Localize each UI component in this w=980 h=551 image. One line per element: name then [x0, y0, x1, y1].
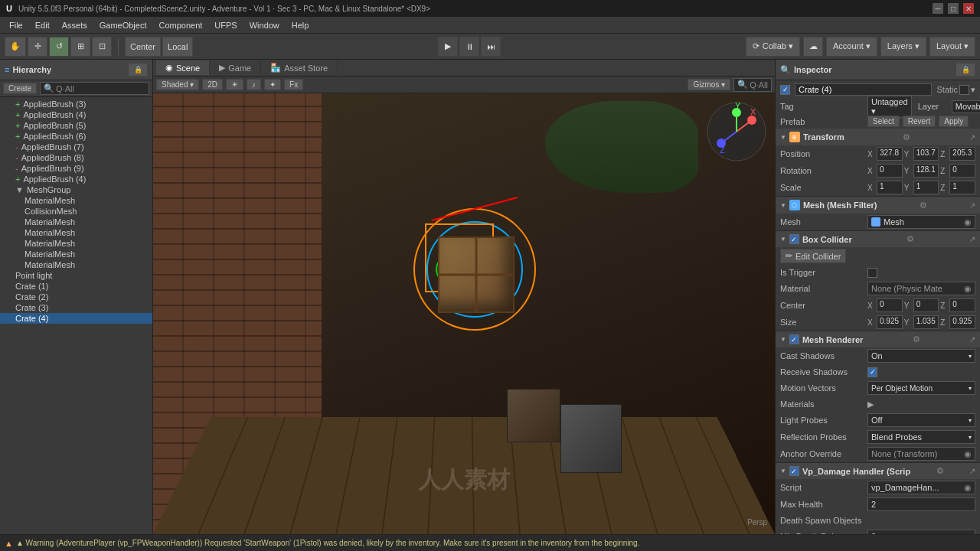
minimize-button[interactable]: ─	[933, 3, 943, 14]
mesh-filter-header[interactable]: ▼ ⬡ Mesh (Mesh Filter) ⚙ ↗	[776, 197, 980, 214]
hierarchy-lock-button[interactable]: 🔒	[128, 63, 148, 77]
pos-z-input[interactable]: 205.3	[949, 147, 975, 161]
edit-collider-button[interactable]: ✏ Edit Collider	[780, 249, 846, 263]
tab-asset-store[interactable]: 🏪 Asset Store	[261, 60, 338, 75]
list-item[interactable]: Crate (3)	[0, 302, 152, 313]
list-item[interactable]: MaterialMesh	[0, 227, 152, 238]
collab-button[interactable]: ⟳ Collab ▾	[746, 37, 800, 57]
boxcollider-gear-icon[interactable]: ⚙	[906, 234, 914, 244]
reflection-probes-dropdown[interactable]: Blend Probes ▾	[867, 430, 975, 444]
list-item[interactable]: MaterialMesh	[0, 249, 152, 259]
boxcollider-enabled-checkbox[interactable]	[789, 234, 799, 244]
materials-arrow[interactable]: ▶	[867, 399, 874, 409]
pause-button[interactable]: ⏸	[459, 37, 479, 57]
static-checkbox[interactable]	[959, 85, 969, 95]
menu-ufps[interactable]: UFPS	[208, 19, 243, 31]
transform-section-header[interactable]: ▼ ⊕ Transform ⚙ ↗	[776, 129, 980, 145]
tab-game[interactable]: ▶ Game	[210, 60, 261, 75]
meshrenderer-enabled-checkbox[interactable]	[789, 334, 799, 344]
material-select-icon[interactable]: ◉	[964, 284, 972, 294]
list-item[interactable]: - AppliedBrush (8)	[0, 152, 152, 163]
meshfilter-link-icon[interactable]: ↗	[969, 201, 975, 210]
max-health-input[interactable]: 2	[867, 497, 975, 511]
layout-button[interactable]: Layout ▾	[929, 37, 975, 57]
menu-edit[interactable]: Edit	[29, 19, 56, 31]
pos-y-input[interactable]: 103.7	[913, 147, 939, 161]
transform-gear-icon[interactable]: ⚙	[903, 132, 910, 142]
vpdamage-link-icon[interactable]: ↗	[969, 467, 975, 475]
cloud-button[interactable]: ☁	[803, 37, 823, 57]
list-item[interactable]: Crate (1)	[0, 281, 152, 292]
effects-button[interactable]: ✦	[264, 79, 281, 90]
meshfilter-gear-icon[interactable]: ⚙	[920, 201, 927, 210]
step-button[interactable]: ⏭	[481, 37, 501, 57]
prefab-revert-button[interactable]: Revert	[903, 116, 936, 127]
menu-file[interactable]: File	[3, 19, 29, 31]
gameobject-name[interactable]: Crate (4)	[795, 83, 932, 96]
list-item[interactable]: + AppliedBrush (4)	[0, 174, 152, 184]
sz2-input[interactable]: 0.925	[949, 315, 975, 329]
static-dropdown-arrow[interactable]: ▾	[971, 85, 975, 95]
cast-shadows-dropdown[interactable]: On ▾	[867, 349, 975, 363]
transform-link-icon[interactable]: ↗	[969, 133, 975, 142]
mesh-value[interactable]: Mesh ◉	[867, 215, 975, 229]
rot-z-input[interactable]: 0	[949, 164, 975, 178]
layer-dropdown[interactable]: MovableO▾	[952, 100, 980, 113]
menu-help[interactable]: Help	[286, 19, 315, 31]
sc-y-input[interactable]: 1	[913, 181, 939, 194]
scene-view[interactable]: X Y Z Persp 人人素材	[153, 93, 775, 534]
prefab-apply-button[interactable]: Apply	[939, 116, 969, 127]
cx-input[interactable]: 0	[877, 298, 903, 312]
list-item[interactable]: Crate (4)	[0, 313, 152, 324]
list-item[interactable]: + AppliedBrush (5)	[0, 120, 152, 131]
sc-z-input[interactable]: 1	[949, 181, 975, 194]
hand-tool[interactable]: ✋	[5, 37, 26, 57]
script-value[interactable]: vp_DamageHan... ◉	[867, 481, 975, 494]
center-button[interactable]: Center	[125, 37, 161, 57]
sc-x-input[interactable]: 1	[877, 181, 903, 194]
receive-shadows-checkbox[interactable]	[867, 367, 877, 377]
menu-gameobject[interactable]: GameObject	[93, 19, 153, 31]
2d-button[interactable]: 2D	[202, 79, 223, 90]
rotate-tool[interactable]: ↺	[49, 37, 69, 57]
hierarchy-create-button[interactable]: Create	[3, 83, 37, 94]
sx2-input[interactable]: 0.925	[877, 315, 903, 329]
menu-window[interactable]: Window	[243, 19, 286, 31]
light-probes-dropdown[interactable]: Off ▾	[867, 413, 975, 427]
account-button[interactable]: Account ▾	[826, 37, 877, 57]
tab-scene[interactable]: ◉ Scene	[156, 60, 210, 75]
rot-y-input[interactable]: 128.1	[913, 164, 939, 178]
gizmos-button[interactable]: Gizmos ▾	[688, 79, 730, 90]
anchor-override-value[interactable]: None (Transform) ◉	[867, 447, 975, 461]
scene-crate-object[interactable]	[398, 178, 498, 277]
cy-input[interactable]: 0	[913, 298, 939, 312]
list-item[interactable]: - AppliedBrush (9)	[0, 163, 152, 174]
mesh-renderer-header[interactable]: ▼ Mesh Renderer ⚙ ↗	[776, 331, 980, 347]
shading-dropdown[interactable]: Shaded ▾	[156, 79, 199, 90]
move-tool[interactable]: ✛	[28, 37, 47, 57]
list-item[interactable]: - AppliedBrush (7)	[0, 142, 152, 152]
list-item[interactable]: CollisionMesh	[0, 206, 152, 217]
scene-nav-gizmo[interactable]: X Y Z	[706, 101, 767, 162]
prefab-select-button[interactable]: Select	[867, 116, 900, 127]
material-value[interactable]: None (Physic Mate ◉	[867, 282, 975, 295]
list-item[interactable]: MaterialMesh	[0, 217, 152, 227]
audio-button[interactable]: ♪	[247, 79, 261, 90]
pos-x-input[interactable]: 327.8	[877, 147, 903, 161]
close-button[interactable]: ✕	[963, 3, 974, 14]
inspector-lock-button[interactable]: 🔒	[956, 63, 975, 77]
layers-button[interactable]: Layers ▾	[880, 37, 926, 57]
vpdamage-enabled-checkbox[interactable]	[789, 466, 799, 476]
script-select-icon[interactable]: ◉	[964, 483, 972, 493]
play-button[interactable]: ▶	[438, 37, 458, 57]
menu-component[interactable]: Component	[152, 19, 208, 31]
gameobject-active-checkbox[interactable]	[780, 85, 790, 95]
list-item[interactable]: Point light	[0, 270, 152, 281]
box-collider-header[interactable]: ▼ Box Collider ⚙ ↗	[776, 231, 980, 247]
fx-button[interactable]: Fx	[284, 79, 303, 90]
list-item[interactable]: ▼ MeshGroup	[0, 184, 152, 195]
motion-vectors-dropdown[interactable]: Per Object Motion ▾	[867, 381, 975, 395]
rot-x-input[interactable]: 0	[877, 164, 903, 178]
sy2-input[interactable]: 1.035	[913, 315, 939, 329]
list-item[interactable]: + AppliedBrush (6)	[0, 131, 152, 142]
